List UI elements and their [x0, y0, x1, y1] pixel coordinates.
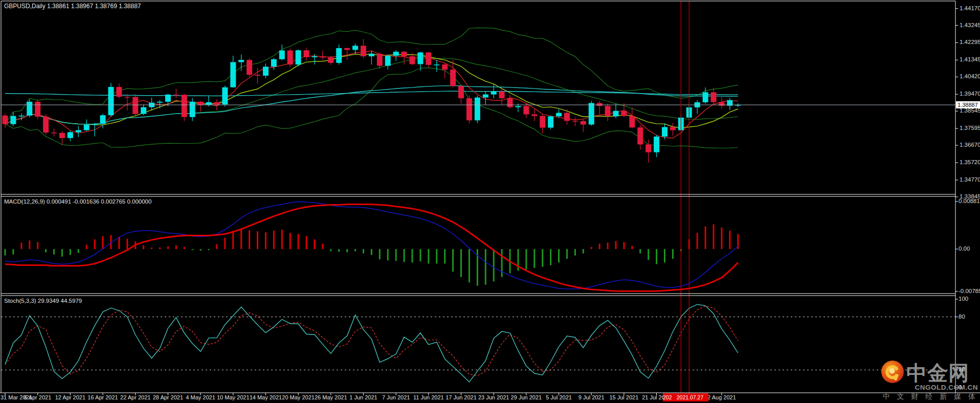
price-axis-label: 1.44170 [960, 5, 980, 11]
candle-body [670, 127, 676, 130]
date-axis-label: 22 Apr 2021 [118, 394, 153, 400]
date-axis-label: 15 Jul 2021 [606, 394, 642, 400]
price-axis-label: 1.42295 [960, 39, 980, 45]
candle-body [515, 106, 521, 107]
candle-body [157, 102, 163, 103]
candle-body [247, 60, 252, 75]
candle-body [605, 106, 611, 116]
stoch-axis-label: 0 [959, 384, 962, 390]
candle-body [466, 98, 472, 120]
price-axis-label: 1.34770 [960, 176, 980, 183]
candle-body [311, 56, 317, 57]
price-axis-label: 1.38545 [960, 107, 980, 114]
candle-body [703, 92, 708, 102]
candle-body [597, 103, 603, 106]
candle-body [328, 57, 333, 63]
candle-body [417, 53, 423, 64]
candle-body [540, 116, 545, 128]
candle-body [304, 50, 309, 57]
candle-body [59, 133, 65, 138]
candle-body [442, 64, 448, 70]
vline-time-tag-2: 2021.07.27 22:00 [672, 393, 708, 401]
candle-body [287, 51, 293, 64]
date-axis-label: 12 Apr 2021 [52, 394, 88, 400]
candle-body [10, 116, 16, 124]
candle-body [385, 56, 391, 66]
macd-indicator-label: MACD(12,26,9) 0.000491 -0.001636 0.00276… [4, 198, 151, 205]
symbol-title: GBPUSD,Daily 1.38861 1.38967 1.38769 1.3… [4, 3, 141, 10]
candle-body [410, 56, 415, 64]
vline-time-tag-1: 2021.07.26 22:00 [663, 393, 672, 401]
candle-body [564, 113, 570, 121]
candle-body [108, 87, 114, 115]
date-axis-label: 2 Aug 2021 [704, 394, 740, 400]
candle-body [76, 130, 81, 132]
candle-body [271, 59, 277, 67]
candle-body [548, 116, 553, 127]
date-axis-label: 6 Apr 2021 [20, 394, 56, 400]
candle-body [43, 117, 49, 132]
price-axis-label: 1.37595 [960, 125, 980, 131]
candle-body [662, 127, 667, 137]
candle-body [279, 51, 285, 59]
candle-body [190, 102, 195, 117]
watermark-cn-text: 中金网 [906, 361, 969, 385]
price-axis-label: 1.35720 [960, 159, 980, 165]
candle-body [230, 62, 236, 87]
macd-axis-label: -0.007853 [959, 288, 980, 294]
date-axis-label: 17 Jun 2021 [443, 394, 479, 400]
price-axis-label: 1.36670 [960, 142, 980, 148]
price-axis-label: 1.41345 [960, 56, 980, 62]
candle-body [68, 132, 73, 138]
stoch-axis-label: 20 [959, 366, 965, 372]
macd-axis-label: 0.008819 [959, 198, 980, 204]
candle-body [27, 102, 32, 116]
date-axis-label: 10 May 2021 [215, 394, 251, 400]
candle-body [613, 111, 619, 117]
candle-body [84, 125, 90, 130]
stoch-pane[interactable] [5, 304, 738, 382]
candle-body [491, 92, 497, 95]
macd-pane[interactable] [5, 201, 738, 291]
candle-body [507, 98, 513, 107]
candle-body [499, 92, 505, 98]
date-axis-label: 5 Jul 2021 [541, 394, 577, 400]
main-price-pane[interactable] [3, 28, 741, 163]
candle-body [263, 66, 269, 75]
candle-body [369, 54, 374, 56]
candle-body [556, 113, 562, 117]
price-axis-label: 1.40420 [960, 73, 980, 79]
candle-body [402, 52, 407, 56]
candle-body [336, 48, 342, 63]
current-price-tag: 1.38887 [956, 101, 980, 108]
candle-body [719, 102, 724, 106]
candle-body [100, 115, 106, 124]
price-axis-label: 1.43245 [960, 22, 980, 28]
candle-body [214, 102, 219, 104]
date-axis-label: 14 May 2021 [248, 394, 283, 400]
stoch-signal-line [5, 306, 738, 376]
candle-body [92, 124, 98, 125]
candle-body [18, 116, 24, 117]
date-axis-label: 20 May 2021 [280, 394, 316, 400]
candle-body [344, 48, 350, 50]
candle-body [654, 137, 659, 152]
stoch-axis-label: 80 [959, 314, 965, 320]
candle-body [141, 107, 146, 114]
candle-body [51, 132, 57, 133]
date-axis-label: 16 Apr 2021 [85, 394, 121, 400]
candle-body [255, 75, 260, 76]
candle-body [320, 56, 325, 57]
price-axis-label: 1.39470 [960, 91, 980, 97]
candle-body [450, 70, 456, 86]
candle-body [206, 102, 212, 105]
stoch-indicator-label: Stoch(5,3,3) 29.9349 44.5979 [4, 298, 82, 304]
macd-axis-label: 0.00 [959, 245, 970, 252]
candle-body [572, 121, 578, 122]
date-axis-label: 23 Jun 2021 [476, 394, 511, 400]
candle-body [581, 121, 586, 125]
candle-body [35, 102, 40, 117]
cngold-logo-icon [881, 360, 904, 386]
candle-body [523, 106, 529, 114]
candle-body [475, 98, 480, 121]
